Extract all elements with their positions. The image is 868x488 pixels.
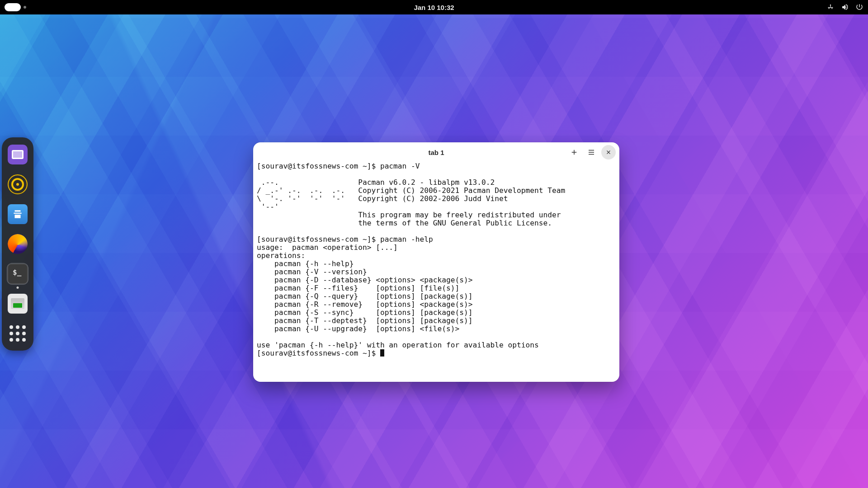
music-icon xyxy=(8,174,28,194)
dock-item-file-manager[interactable] xyxy=(7,293,28,314)
dock-item-rhythmbox[interactable] xyxy=(7,174,28,195)
terminal-viewport[interactable]: [sourav@itsfossnews-com ~]$ pacman -V .-… xyxy=(253,162,619,382)
firefox-icon xyxy=(8,234,28,254)
top-bar: Jan 10 10:32 xyxy=(0,0,868,14)
network-icon[interactable] xyxy=(826,3,835,11)
close-window-button[interactable] xyxy=(601,145,616,160)
power-icon[interactable] xyxy=(855,3,863,11)
dock-item-image-viewer[interactable] xyxy=(7,144,28,165)
dock-item-document-scanner[interactable] xyxy=(7,203,28,225)
dock-item-terminal[interactable]: $_ xyxy=(7,263,28,285)
dock-item-firefox[interactable] xyxy=(7,233,28,255)
dock-item-show-apps[interactable] xyxy=(7,323,28,344)
terminal-cursor xyxy=(380,349,384,357)
scanner-icon xyxy=(8,204,28,224)
terminal-window[interactable]: tab 1 [sourav@itsfossnews-com ~]$ pacman… xyxy=(253,142,619,382)
terminal-tab-title: tab 1 xyxy=(428,149,444,156)
file-manager-icon xyxy=(8,294,28,314)
apps-grid-icon xyxy=(8,324,28,343)
terminal-headerbar[interactable]: tab 1 xyxy=(253,142,619,162)
clock[interactable]: Jan 10 10:32 xyxy=(414,4,454,11)
terminal-output[interactable]: [sourav@itsfossnews-com ~]$ pacman -V .-… xyxy=(257,162,616,357)
activities-button[interactable] xyxy=(5,3,21,11)
image-viewer-icon xyxy=(8,145,28,164)
volume-icon[interactable] xyxy=(841,3,849,11)
terminal-icon: $_ xyxy=(8,264,28,284)
hamburger-menu-button[interactable] xyxy=(584,145,599,160)
new-tab-button[interactable] xyxy=(567,145,581,160)
dash-dock: $_ xyxy=(2,137,33,351)
